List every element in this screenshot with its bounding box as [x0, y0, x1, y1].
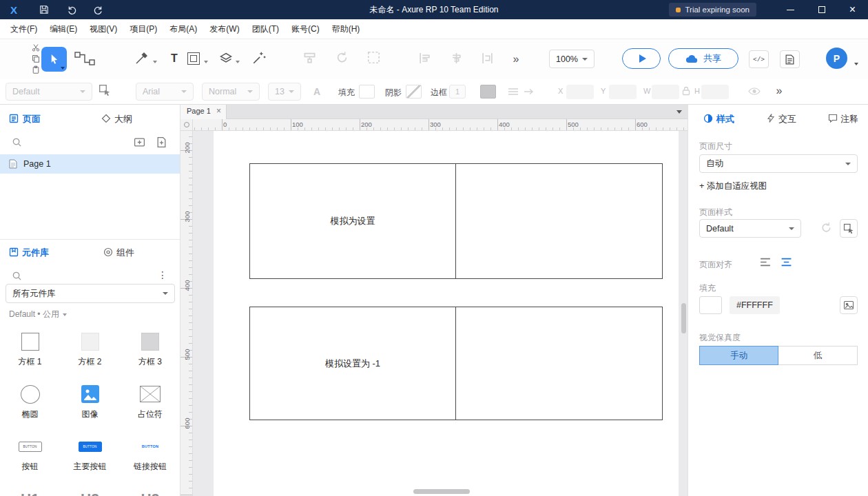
add-page-button[interactable]: [156, 136, 167, 148]
magic-wand-tool-button[interactable]: [252, 51, 266, 65]
horizontal-scrollbar-thumb[interactable]: [413, 489, 470, 494]
layers-tool-button[interactable]: [219, 52, 233, 65]
x-input[interactable]: [566, 85, 594, 99]
text-tool-button[interactable]: [167, 51, 181, 66]
align-center-button[interactable]: [451, 52, 462, 64]
widget-placeholder[interactable]: 占位符: [120, 376, 180, 428]
tab-interaction[interactable]: 交互: [778, 113, 796, 125]
fidelity-manual-option[interactable]: 手动: [699, 346, 778, 365]
style-picker-button[interactable]: [99, 84, 111, 96]
distribute-button[interactable]: [482, 52, 493, 64]
undo-button[interactable]: [63, 0, 80, 19]
widget-box1[interactable]: 方框 1: [0, 324, 60, 376]
tab-libraries[interactable]: 元件库: [22, 247, 49, 259]
connector-tool-button[interactable]: [74, 52, 95, 65]
cut-button[interactable]: [31, 43, 41, 52]
page-align-left-button[interactable]: [760, 257, 772, 267]
canvas-shape-table-2[interactable]: 模拟设置为 -1: [249, 307, 663, 420]
page-fill-hex[interactable]: #FFFFFF: [730, 296, 780, 314]
selection-tool-button[interactable]: [41, 47, 67, 72]
tab-style[interactable]: 样式: [716, 113, 734, 125]
format-painter-button[interactable]: [303, 51, 316, 64]
add-adaptive-view-link[interactable]: + 添加自适应视图: [699, 180, 767, 192]
canvas-shape-table-1[interactable]: 模拟为设置: [249, 163, 663, 279]
font-color-button[interactable]: [311, 85, 322, 99]
pages-search-icon[interactable]: [12, 137, 22, 147]
w-input[interactable]: [652, 85, 679, 99]
box-tool-button[interactable]: [187, 52, 200, 65]
code-export-button[interactable]: [749, 50, 769, 68]
widget-box2[interactable]: 方框 2: [60, 324, 120, 376]
account-caret-icon[interactable]: [854, 63, 858, 65]
fidelity-low-option[interactable]: 低: [778, 346, 858, 365]
menu-edit[interactable]: 编辑(E): [43, 19, 83, 39]
tab-list-caret-icon[interactable]: [676, 110, 682, 114]
tab-notes[interactable]: 注释: [840, 113, 858, 125]
share-button[interactable]: 共享: [668, 48, 738, 69]
widget-link-button[interactable]: BUTTON 链接按钮: [120, 428, 180, 481]
widget-primary-button[interactable]: BUTTON 主要按钮: [60, 428, 120, 481]
menu-help[interactable]: 帮助(H): [326, 19, 366, 39]
menu-publish[interactable]: 发布(W): [203, 19, 245, 39]
page-style-select[interactable]: Default: [699, 219, 801, 238]
menu-account[interactable]: 账号(C): [285, 19, 326, 39]
visibility-eye-icon[interactable]: [748, 87, 761, 96]
toolbar-overflow-button[interactable]: [510, 52, 522, 66]
page-size-select[interactable]: 自动: [699, 154, 858, 173]
page-align-center-button[interactable]: [781, 257, 792, 267]
zoom-select[interactable]: 100%: [549, 50, 595, 68]
account-avatar[interactable]: P: [826, 48, 847, 69]
library-menu-kebab-button[interactable]: [158, 269, 167, 280]
menu-arrange[interactable]: 布局(A): [163, 19, 203, 39]
notes-doc-button[interactable]: [780, 50, 800, 68]
save-button[interactable]: [36, 0, 52, 19]
reset-style-button[interactable]: [820, 222, 832, 234]
page-tree-item-selected[interactable]: Page 1: [0, 154, 180, 174]
library-group-header[interactable]: Default • 公用: [9, 309, 67, 320]
fill-image-button[interactable]: [840, 296, 858, 314]
pen-tool-caret-icon[interactable]: [153, 61, 157, 63]
add-folder-button[interactable]: [134, 136, 145, 148]
widget-button[interactable]: BUTTON 按钮: [0, 428, 60, 481]
font-size-select[interactable]: 13: [268, 83, 301, 101]
h-input[interactable]: [701, 85, 729, 99]
page-style-picker-button[interactable]: [840, 219, 858, 238]
layers-tool-caret-icon[interactable]: [236, 61, 240, 63]
widget-ellipse[interactable]: 椭圆: [0, 376, 60, 428]
border-color-swatch[interactable]: [480, 85, 496, 99]
box-tool-caret-icon[interactable]: [204, 61, 208, 63]
widget-box3[interactable]: 方框 3: [120, 324, 180, 376]
close-button[interactable]: [837, 0, 868, 19]
menu-project[interactable]: 项目(P): [123, 19, 163, 39]
font-family-select[interactable]: Arial: [136, 83, 194, 101]
tab-components[interactable]: 组件: [116, 247, 134, 259]
marquee-select-button[interactable]: [367, 51, 380, 64]
vertical-scrollbar-thumb[interactable]: [681, 303, 686, 333]
page-fill-swatch[interactable]: [699, 296, 722, 314]
border-width-input[interactable]: 1: [449, 85, 466, 99]
align-left-button[interactable]: [419, 52, 431, 64]
maximize-button[interactable]: [806, 0, 837, 19]
trial-badge[interactable]: Trial expiring soon: [669, 3, 756, 17]
redo-button[interactable]: [90, 0, 106, 19]
line-style-button[interactable]: [508, 86, 519, 97]
copy-button[interactable]: [31, 54, 41, 63]
widget-h2[interactable]: H2: [60, 481, 120, 496]
pen-tool-button[interactable]: [135, 51, 149, 65]
menu-view[interactable]: 视图(V): [83, 19, 123, 39]
menu-file[interactable]: 文件(F): [4, 19, 43, 39]
lock-ratio-icon[interactable]: [682, 86, 690, 96]
fill-color-swatch[interactable]: [359, 85, 375, 99]
minimize-button[interactable]: [775, 0, 806, 19]
menu-team[interactable]: 团队(T): [246, 19, 285, 39]
font-weight-select[interactable]: Normal: [202, 83, 260, 101]
rotate-button[interactable]: [335, 51, 349, 64]
canvas-viewport[interactable]: 模拟为设置 模拟设置为 -1: [193, 131, 688, 496]
paste-button[interactable]: [31, 65, 41, 74]
preview-button[interactable]: [622, 48, 661, 69]
widget-h3[interactable]: H3: [120, 481, 180, 496]
formatbar-overflow-button[interactable]: [773, 84, 785, 98]
ruler-origin-corner[interactable]: [180, 119, 193, 131]
document-tab-page1[interactable]: Page 1: [180, 105, 227, 119]
widget-h1[interactable]: H1: [0, 481, 60, 496]
